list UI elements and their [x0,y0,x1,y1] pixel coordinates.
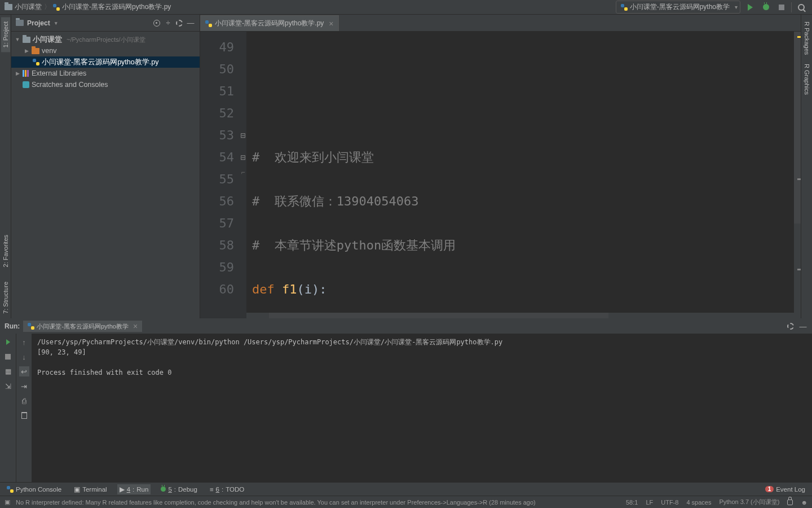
tab-terminal[interactable]: ▣ Terminal [72,484,109,494]
line-number: 54 [200,146,234,168]
line-number: 55 [200,168,234,190]
run-config-selector[interactable]: 小闫课堂-黑客云源码网pytho教学 [616,1,740,14]
run-title: Run: [5,322,20,330]
fold-end[interactable]: ⌐ [240,168,246,190]
code-comment: # 欢迎来到小闫课堂 [252,150,374,164]
run-button[interactable] [744,1,756,14]
library-icon [23,70,29,77]
editor-tab[interactable]: 小闫课堂-黑客云源码网pytho教学.py × [200,15,339,31]
rerun-button[interactable] [3,337,13,347]
tree-scratches[interactable]: Scratches and Consoles [11,79,200,90]
notification-badge: 1 [765,486,774,492]
project-panel-title[interactable]: Project [16,19,149,27]
stop-run-button[interactable] [3,352,13,362]
line-separator[interactable]: LF [646,499,653,506]
tree-external-libraries[interactable]: ▶ External Libraries [11,68,200,79]
event-log-button[interactable]: 1 Event Log [763,485,807,494]
layout-button[interactable]: ▦ [3,366,13,376]
project-tree[interactable]: ▼ 小闫课堂 ~/PycharmProjects/小闫课堂 ▶ venv 小闫课… [11,32,200,93]
left-tool-strip: 1: Project 2: Favorites 7: Structure [0,15,11,318]
run-toolbar-primary: ▦ ⇲ [0,334,16,482]
breadcrumb[interactable]: 小闫课堂 〉 小闫课堂-黑客云源码网pytho教学.py [5,2,612,12]
tab-structure[interactable]: 7: Structure [1,277,10,318]
code-comment: # 本章节讲述python函数基本调用 [252,238,456,252]
print-button[interactable]: ⎙ [19,396,29,406]
tree-root[interactable]: ▼ 小闫课堂 ~/PycharmProjects/小闫课堂 [11,34,200,45]
editor-scrollbar[interactable] [794,32,801,318]
select-opened-file-button[interactable] [152,19,161,28]
python-icon [7,486,14,493]
stop-button[interactable] [775,1,788,14]
search-icon [798,4,805,11]
navigation-bar: 小闫课堂 〉 小闫课堂-黑客云源码网pytho教学.py 小闫课堂-黑客云源码网… [0,0,812,15]
run-header: Run: 小闫课堂-黑客云源码网pytho教学 × — [0,319,812,334]
editor-hscrollbar[interactable] [246,313,794,318]
panel-settings-button[interactable] [175,19,184,28]
line-number-gutter[interactable]: 49 50 51 52 53 54 55 56 57 58 59 60 [200,32,240,318]
tab-label: 小闫课堂-黑客云源码网pytho教学.py [215,19,324,28]
trash-icon [21,412,27,419]
console-output[interactable]: /Users/ysp/PycharmProjects/小闫课堂/venv/bin… [32,334,812,482]
tree-label: venv [42,47,56,55]
toolbar-actions [744,1,807,14]
scratches-icon [23,81,29,88]
tree-venv[interactable]: ▶ venv [11,45,200,56]
run-toolbar-secondary: ↑ ↓ ↩ ⇥ ⎙ [16,334,32,482]
run-tab[interactable]: 小闫课堂-黑客云源码网pytho教学 × [23,321,142,332]
hide-run-button[interactable]: — [798,322,807,331]
python-file-icon [621,4,628,11]
pin-button[interactable]: ⇲ [3,381,13,391]
chevron-right-icon[interactable]: ▶ [24,48,29,54]
editor-body[interactable]: 49 50 51 52 53 54 55 56 57 58 59 60 ⊟ ⊟ … [200,32,801,318]
run-tool-window: Run: 小闫课堂-黑客云源码网pytho教学 × — ▦ ⇲ ↑ ↓ ↩ ⇥ … [0,318,812,482]
down-stack-button[interactable]: ↓ [19,352,29,362]
hide-panel-button[interactable]: — [186,19,195,28]
readonly-toggle[interactable] [787,500,793,505]
folder-icon [32,48,39,54]
line-number: 49 [200,36,234,58]
tab-debug[interactable]: 5: Debug [158,485,200,494]
run-settings-button[interactable] [786,322,795,331]
tree-file-current[interactable]: 小闫课堂-黑客云源码网pytho教学.py [11,56,200,68]
line-number: 50 [200,58,234,80]
code-area[interactable]: # 欢迎来到小闫课堂 # 联系微信：13904054063 # 本章节讲述pyt… [246,32,794,318]
scrollbar-thumb[interactable] [269,313,608,318]
tab-run[interactable]: ▶ 4: Run [117,484,151,494]
scroll-to-end-button[interactable]: ⇥ [19,381,29,391]
tool-windows-button[interactable]: ▣ [5,498,10,506]
fold-gutter[interactable]: ⊟ ⊟ ⌐ [240,32,246,318]
tab-r-packages[interactable]: R Packages [802,17,811,59]
python-interpreter[interactable]: Python 3.7 (小闫课堂) [719,498,779,506]
close-tab-button[interactable]: × [329,19,333,28]
console-line: /Users/ysp/PycharmProjects/小闫课堂/venv/bin… [37,338,502,346]
soft-wrap-button[interactable]: ↩ [19,366,29,376]
chevron-right-icon[interactable]: ▶ [15,71,20,76]
up-stack-button[interactable]: ↑ [19,337,29,347]
indent-setting[interactable]: 4 spaces [686,499,711,506]
debug-button[interactable] [760,1,772,14]
fold-marker[interactable]: ⊟ [240,146,246,168]
kw-def: def [252,282,282,296]
gear-icon [176,20,183,27]
run-tab-label: 小闫课堂-黑客云源码网pytho教学 [37,322,129,331]
tab-favorites[interactable]: 2: Favorites [1,230,10,271]
file-encoding[interactable]: UTF-8 [661,499,678,506]
line-number: 58 [200,234,234,256]
scrollbar-thumb[interactable] [794,32,801,224]
status-message[interactable]: No R interpreter defined: Many R related… [16,499,620,506]
search-everywhere-button[interactable] [795,1,807,14]
caret-position[interactable]: 58:1 [626,499,638,506]
expand-all-button[interactable]: ÷ [164,19,173,28]
tab-r-graphics[interactable]: R Graphics [802,59,811,99]
tab-python-console[interactable]: Python Console [5,485,64,494]
tab-project[interactable]: 1: Project [1,17,10,52]
clear-all-button[interactable] [19,410,29,421]
locate-icon [153,20,160,27]
close-run-tab[interactable]: × [133,322,138,331]
tab-todo[interactable]: ≡ 6: TODO [208,485,246,494]
ide-fatal-errors[interactable]: ☻ [801,499,807,506]
fn-sig: (i): [297,282,326,296]
fold-marker[interactable]: ⊟ [240,124,246,146]
chevron-down-icon[interactable]: ▼ [15,37,20,42]
bug-icon [161,487,166,492]
